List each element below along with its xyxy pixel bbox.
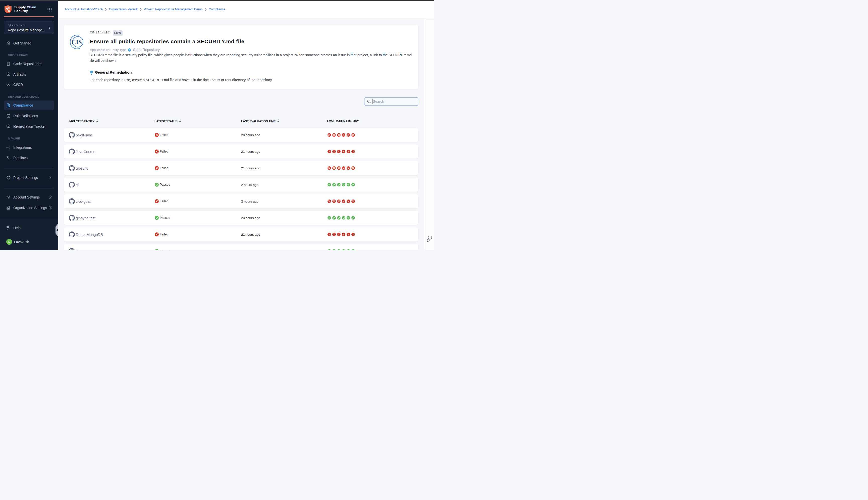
svg-text:?: ? xyxy=(7,226,9,228)
svg-text:‹/›: ‹/› xyxy=(129,49,130,51)
svg-text:CIS: CIS xyxy=(72,39,82,45)
